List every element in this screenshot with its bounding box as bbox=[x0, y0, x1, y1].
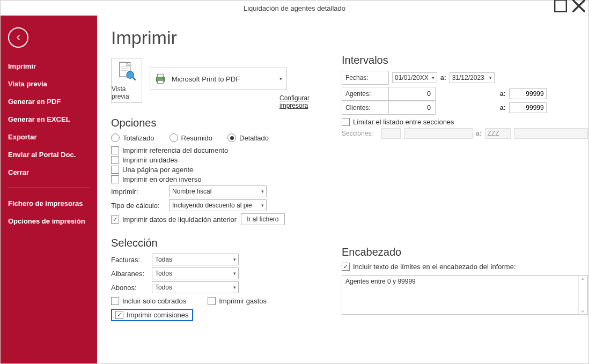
sidebar-item-imprimir[interactable]: Imprimir bbox=[1, 57, 97, 75]
chevron-down-icon: ▾ bbox=[261, 203, 264, 208]
window-controls bbox=[554, 1, 585, 11]
albaranes-label: Albaranes: bbox=[111, 270, 148, 278]
chk-imprimir-unidades[interactable]: Imprimir unidades bbox=[111, 156, 310, 164]
svg-point-7 bbox=[127, 71, 134, 78]
agentes-hasta-input[interactable] bbox=[509, 88, 547, 99]
albaranes-select[interactable]: Todos ▾ bbox=[152, 268, 239, 279]
chevron-down-icon: ▾ bbox=[233, 285, 236, 290]
scroll-down-icon: ▾ bbox=[579, 309, 587, 314]
svg-rect-10 bbox=[158, 74, 164, 77]
encabezado-heading: Encabezado bbox=[342, 246, 588, 258]
secciones-desde-input bbox=[381, 128, 401, 139]
chk-solo-cobrados[interactable]: Incluir solo cobrados bbox=[111, 297, 186, 305]
a-label-disabled: a: bbox=[476, 130, 482, 137]
document-magnifier-icon bbox=[116, 61, 137, 82]
radio-detallado[interactable]: Detallado bbox=[227, 133, 269, 142]
chk-limitar-secciones[interactable]: Limitar el listado entre secciones bbox=[342, 118, 588, 126]
abonos-label: Abonos: bbox=[111, 284, 148, 292]
sidebar-item-opciones-impresion[interactable]: Opciones de impresión bbox=[1, 212, 97, 230]
encabezado-textarea[interactable]: Agentes entre 0 y 99999 ▴ ▾ bbox=[342, 275, 588, 315]
scrollbar[interactable]: ▴ ▾ bbox=[578, 276, 587, 314]
chk-ref-documento[interactable]: Imprimir referencia del documento bbox=[111, 146, 310, 154]
printer-icon bbox=[153, 72, 167, 86]
opciones-heading: Opciones bbox=[111, 117, 310, 129]
radio-resumido[interactable]: Resumido bbox=[170, 133, 213, 142]
ir-al-fichero-button[interactable]: Ir al fichero bbox=[241, 213, 284, 225]
scroll-up-icon: ▴ bbox=[579, 276, 587, 281]
secciones-desde-desc bbox=[404, 128, 473, 139]
sidebar-item-vista-previa[interactable]: Vista previa bbox=[1, 75, 97, 93]
chevron-down-icon: ▾ bbox=[233, 257, 236, 262]
chk-imprimir-comisiones[interactable]: Imprimir comisiones bbox=[111, 309, 193, 321]
chk-incluir-texto-limites[interactable]: Incluir texto de límites en el encabezad… bbox=[342, 263, 588, 271]
close-button[interactable] bbox=[572, 1, 585, 11]
radio-totalizado[interactable]: Totalizado bbox=[111, 133, 154, 142]
secciones-hasta-desc bbox=[514, 128, 588, 139]
app-window: Liquidación de agentes detallado Imprimi… bbox=[0, 0, 589, 364]
sidebar-item-generar-excel[interactable]: Generar en EXCEL bbox=[1, 110, 97, 128]
agentes-desde-input[interactable] bbox=[392, 90, 432, 98]
chk-una-pagina-agente[interactable]: Una página por agente bbox=[111, 166, 310, 174]
svg-point-12 bbox=[163, 78, 164, 79]
chk-imprimir-gastos[interactable]: Imprimir gastos bbox=[208, 297, 267, 305]
svg-rect-0 bbox=[555, 0, 566, 12]
svg-rect-11 bbox=[158, 80, 164, 83]
sidebar-item-exportar[interactable]: Exportar bbox=[1, 128, 97, 146]
agentes-label: Agentes: bbox=[342, 87, 389, 101]
maximize-button[interactable] bbox=[554, 1, 567, 11]
secciones-label: Secciones: bbox=[342, 130, 378, 137]
printer-dropdown[interactable]: Microsoft Print to PDF ▾ bbox=[150, 68, 287, 90]
a-label: a: bbox=[500, 90, 506, 98]
clientes-hasta-input[interactable] bbox=[509, 102, 547, 113]
configure-printer-link[interactable]: Configurar impresora bbox=[279, 94, 310, 109]
tipo-calculo-label: Tipo de cálculo: bbox=[111, 202, 165, 210]
chevron-down-icon: ▾ bbox=[261, 189, 264, 194]
fecha-desde-input[interactable]: 01/01/20XX ▾ bbox=[392, 72, 437, 83]
window-title: Liquidación de agentes detallado bbox=[244, 4, 345, 12]
sidebar: Imprimir Vista previa Generar en PDF Gen… bbox=[1, 16, 97, 363]
sidebar-item-cerrar[interactable]: Cerrar bbox=[1, 164, 97, 181]
vista-previa-button[interactable]: Vista previa bbox=[111, 58, 142, 103]
sidebar-item-fichero-impresoras[interactable]: Fichero de impresoras bbox=[1, 195, 97, 212]
vista-previa-label: Vista previa bbox=[112, 85, 142, 100]
chk-liq-anterior[interactable]: Imprimir datos de liquidación anterior bbox=[111, 216, 237, 224]
titlebar: Liquidación de agentes detallado bbox=[1, 1, 588, 16]
sidebar-item-generar-pdf[interactable]: Generar en PDF bbox=[1, 93, 97, 110]
facturas-select[interactable]: Todas ▾ bbox=[152, 254, 239, 265]
sidebar-item-enviar-portal[interactable]: Enviar al Portal Doc. bbox=[1, 146, 97, 164]
back-button[interactable] bbox=[8, 27, 28, 48]
intervalos-block: Fechas: 01/01/20XX ▾ a: 31/12/2023 ▾ bbox=[342, 71, 588, 139]
page-title: Imprimir bbox=[111, 27, 310, 48]
content-area: Imprimir Vis bbox=[97, 16, 588, 363]
secciones-hasta-input: ZZZ bbox=[485, 128, 511, 139]
imprimir-label: Imprimir: bbox=[111, 188, 165, 196]
a-label: a: bbox=[440, 74, 446, 81]
chevron-down-icon: ▾ bbox=[489, 75, 492, 80]
fechas-label: Fechas: bbox=[342, 71, 389, 85]
svg-line-8 bbox=[133, 78, 136, 80]
sidebar-separator bbox=[8, 188, 90, 188]
fecha-hasta-input[interactable]: 31/12/2023 ▾ bbox=[450, 72, 495, 83]
chevron-down-icon: ▾ bbox=[279, 76, 282, 81]
abonos-select[interactable]: Todos ▾ bbox=[152, 281, 239, 293]
clientes-label: Clientes: bbox=[342, 101, 389, 115]
printer-name: Microsoft Print to PDF bbox=[172, 75, 240, 83]
facturas-label: Facturas: bbox=[111, 256, 148, 264]
tipo-calculo-select[interactable]: Incluyendo descuento al pie ▾ bbox=[169, 199, 267, 211]
seleccion-heading: Selección bbox=[111, 237, 310, 249]
clientes-desde-input[interactable] bbox=[392, 103, 432, 112]
intervalos-heading: Intervalos bbox=[342, 54, 588, 66]
a-label: a: bbox=[500, 104, 506, 112]
chevron-down-icon: ▾ bbox=[432, 75, 435, 80]
chk-orden-inverso[interactable]: Imprimir en orden inverso bbox=[111, 175, 310, 183]
chevron-down-icon: ▾ bbox=[233, 271, 236, 276]
imprimir-select[interactable]: Nombre fiscal ▾ bbox=[169, 185, 267, 197]
